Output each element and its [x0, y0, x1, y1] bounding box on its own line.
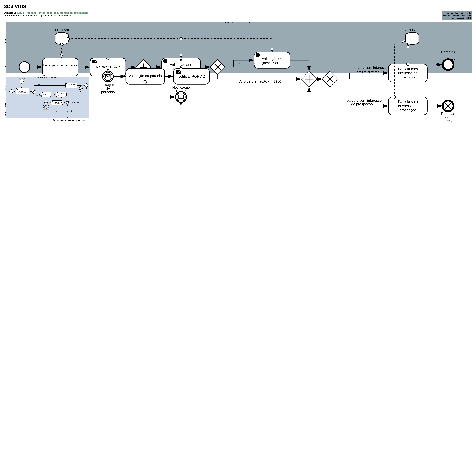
business-rule-icon-3	[16, 89, 18, 90]
datastore-si-porvid-left: SI PORVID	[53, 28, 71, 44]
lane-viticultor-2b: Viticultor	[4, 111, 89, 118]
svg-text:sem: sem	[445, 115, 452, 119]
challenge-name: Novo Processo - Integração de Sistemas d…	[17, 11, 88, 14]
lane-body-porvid-2a: SI PORVID Listagem de parcelas ||| Notif…	[7, 22, 472, 58]
svg-text:consentimento: consentimento	[19, 91, 26, 92]
diagram-pn3-vit	[7, 111, 89, 118]
lane-body-porvid-2b: SI PORVID Verificar consentimento partil…	[7, 77, 89, 99]
envelope-icon-3	[41, 92, 43, 93]
challenge-block: Desafio 2: Novo Processo - Integração de…	[4, 11, 442, 17]
datastore-si-porvid-right-label: SI PORVID	[403, 28, 421, 32]
pool-pn3: PN3. Agendamento de prospeção PORVID SI …	[4, 77, 89, 118]
event-agendamento-drap: Agendamento	[66, 101, 79, 104]
svg-text:Verificar: Verificar	[21, 89, 25, 91]
challenge-line: Desafio 2: Novo Processo - Integração de…	[4, 11, 442, 14]
msg-ds-left-validano	[68, 39, 181, 58]
svg-rect-48	[57, 92, 58, 93]
gateway-xor-consent	[31, 89, 36, 94]
task-validacao-parcela-label: Validação da parcela	[129, 74, 162, 78]
end-event-sem: Parcelas sem interesse	[441, 100, 455, 123]
envelope-icon-2	[176, 70, 181, 74]
flow-xor-notificar	[34, 94, 41, 94]
msg-ds-left-castas	[181, 39, 272, 52]
manual-icon	[57, 92, 58, 93]
event-necessario: Necessário identificar e contactar vitic…	[43, 101, 49, 110]
challenge-subtitle: Ferramenta de apoio à decisão para prosp…	[4, 14, 442, 17]
svg-text:Agendar visita às: Agendar visita às	[67, 84, 76, 85]
svg-text:parcelas: parcelas	[101, 90, 115, 94]
lane-label-porvid-2a: PORVID	[4, 22, 7, 58]
flow-confirmar-agendinter	[66, 90, 81, 94]
envelope-icon-4	[66, 83, 68, 84]
svg-text:interesse: interesse	[441, 119, 455, 123]
start-event-pn3	[9, 89, 13, 93]
lane-label-drap-2b: DRAP	[4, 99, 7, 111]
svg-text:Notificar: Notificar	[55, 101, 59, 103]
svg-text:partilha informação: partilha informação	[18, 92, 28, 93]
task-parcela-sem-label-3: prospeção	[399, 108, 416, 112]
lane-drap-2b: DRAP Necessário identificar e contactar …	[4, 99, 89, 111]
lane-body-drap-2b: Necessário identificar e contactar vitic…	[7, 99, 89, 111]
pool-pn2: PN2. Decisão sobre parcelas a prospetar …	[4, 22, 472, 73]
svg-text:com: com	[445, 54, 452, 58]
flow-xor-agendar	[34, 86, 65, 89]
svg-text:viticultores: viticultores	[44, 108, 49, 109]
edge-nao-concedido: Não concedido	[35, 95, 42, 96]
task-parcela-sem-label-2: interesse de	[398, 104, 418, 108]
lane-label-porvid-2b: PORVID	[4, 77, 7, 99]
svg-text:Parcelas: Parcelas	[441, 50, 455, 54]
lane-body-viticultor-2b	[7, 111, 89, 118]
diagram-pn3-porvid: SI PORVID Verificar consentimento partil…	[7, 77, 89, 99]
page-title: SOS VITIS	[4, 4, 472, 9]
svg-text:agendamento: agendamento	[58, 94, 65, 96]
edge-concedido: Concedido	[36, 84, 41, 85]
lane-body-drap-2a: Listagem de parcelas Validação da parcel…	[7, 58, 472, 73]
svg-text:Listagem: Listagem	[101, 83, 115, 87]
svg-text:vinhas: vinhas	[70, 85, 73, 87]
datastore-si-porvid-left-label: SI PORVID	[53, 28, 71, 32]
task-notificar-porvid-label: Notificar PORVID	[178, 74, 206, 78]
event-listagem-msg: Listagem de parcelas	[101, 71, 115, 94]
lane-label-viticultor-2b: Viticultor	[4, 111, 7, 118]
msg-ds-agendar	[24, 81, 71, 83]
datastore-si-porvid-pn3: SI PORVID	[19, 78, 25, 83]
svg-text:de: de	[106, 86, 110, 90]
header-row: Desafio 2: Novo Processo - Integração de…	[4, 11, 472, 20]
lane-drap-2a: DRAP Listagem de parcelas Validação da p…	[4, 58, 472, 73]
pool-pn3-title: PN3. Agendamento de prospeção	[4, 77, 89, 79]
lane-porvid-2b: PORVID SI PORVID Verificar consentimento…	[4, 77, 89, 99]
svg-text:Confirmar: Confirmar	[59, 93, 64, 94]
task-notificar-drap-pn3-label: Notificar DRAP	[42, 93, 50, 95]
envelope-icon-5	[52, 101, 53, 102]
lane-label-drap-2a: DRAP	[4, 58, 7, 73]
diagram-pn3-drap: Necessário identificar e contactar vitic…	[7, 99, 89, 111]
svg-text:viticultores: viticultores	[54, 103, 60, 104]
event-agendamento-drap-label: Agendamento	[71, 102, 79, 103]
lane-porvid-2a: PORVID SI PORV	[4, 22, 472, 58]
svg-point-55	[85, 84, 88, 87]
tag-2a: 2a - Analisar a informação descritiva so…	[442, 11, 472, 20]
datastore-si-porvid-right: SI PORVID	[403, 28, 421, 44]
pool-pn2-title: PN2. Decisão sobre parcelas a prospetar	[4, 22, 472, 24]
challenge-label: Desafio 2:	[4, 11, 16, 14]
svg-text:concluído: concluído	[84, 82, 89, 84]
business-rule-icon-2	[256, 53, 260, 57]
svg-text:Parcelas: Parcelas	[441, 112, 455, 116]
